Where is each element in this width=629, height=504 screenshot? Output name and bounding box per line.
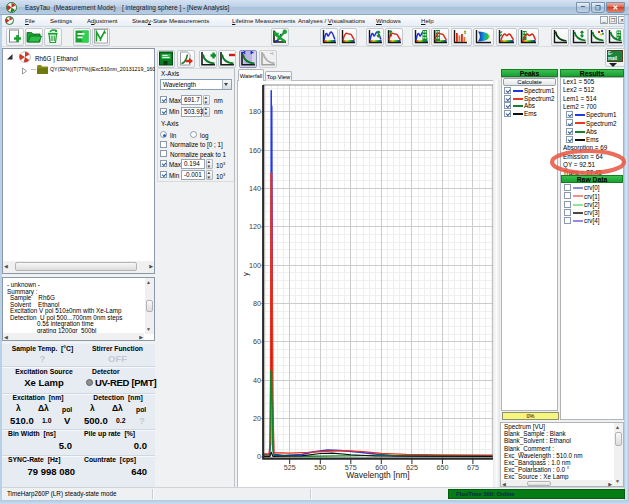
svg-text:525: 525 bbox=[284, 463, 296, 472]
svg-text:180: 180 bbox=[249, 107, 261, 116]
svg-text:160: 160 bbox=[249, 146, 261, 155]
svg-text:t: t bbox=[464, 29, 466, 35]
svg-text:80: 80 bbox=[253, 299, 261, 308]
svg-text:20: 20 bbox=[253, 414, 261, 423]
svg-text:100: 100 bbox=[249, 261, 261, 270]
svg-text:y: y bbox=[241, 272, 250, 276]
svg-text:550: 550 bbox=[314, 463, 326, 472]
svg-text:650: 650 bbox=[436, 463, 448, 472]
svg-text:60: 60 bbox=[253, 337, 261, 346]
svg-text:140: 140 bbox=[249, 184, 261, 193]
svg-text:675: 675 bbox=[467, 463, 479, 472]
svg-text:0: 0 bbox=[257, 452, 261, 461]
svg-text:40: 40 bbox=[253, 376, 261, 385]
svg-text:Wavelength [nm]: Wavelength [nm] bbox=[346, 470, 409, 480]
svg-text:120: 120 bbox=[249, 222, 261, 231]
